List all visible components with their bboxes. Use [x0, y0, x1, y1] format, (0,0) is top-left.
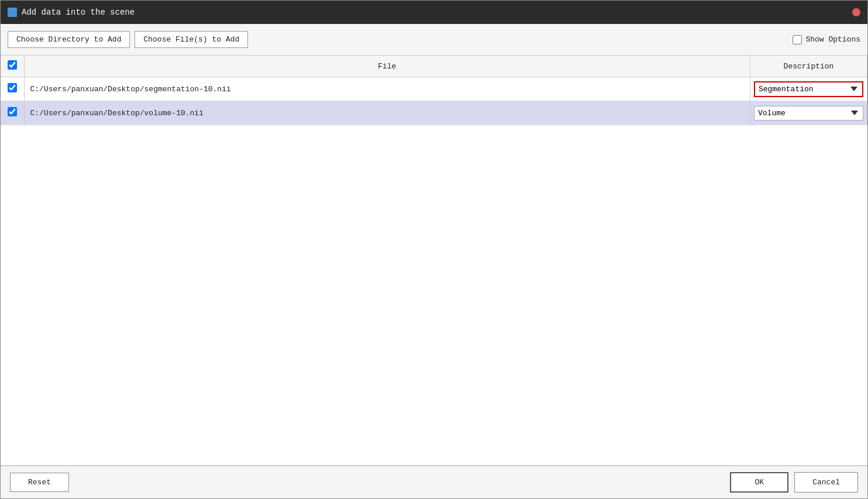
row-check-cell[interactable] [1, 101, 24, 125]
table-row: C:/Users/panxuan/Desktop/volume-10.niiVo… [1, 101, 867, 125]
toolbar-right: Show Options [793, 35, 860, 44]
close-button[interactable] [852, 8, 860, 16]
row-checkbox[interactable] [8, 83, 17, 92]
main-window: Add data into the scene Choose Directory… [0, 0, 868, 499]
select-all-checkbox[interactable] [8, 60, 17, 70]
row-description-cell[interactable]: VolumeSegmentationLabel MapDTI [750, 101, 867, 125]
table-body: C:/Users/panxuan/Desktop/segmentation-10… [1, 77, 867, 125]
ok-button[interactable]: OK [730, 472, 788, 493]
show-options-checkbox[interactable] [793, 35, 802, 44]
window-title: Add data into the scene [22, 8, 135, 17]
header-file: File [24, 56, 750, 77]
row-check-cell[interactable] [1, 77, 24, 101]
file-table-container: File Description C:/Users/panxuan/Deskto… [1, 56, 867, 466]
cancel-button[interactable]: Cancel [794, 472, 858, 493]
toolbar-left: Choose Directory to Add Choose File(s) t… [8, 31, 248, 48]
header-check[interactable] [1, 56, 24, 77]
description-select[interactable]: VolumeSegmentationLabel MapDTI [754, 106, 863, 121]
row-file-path: C:/Users/panxuan/Desktop/volume-10.nii [24, 101, 750, 125]
reset-button[interactable]: Reset [10, 473, 69, 492]
table-header-row: File Description [1, 56, 867, 77]
choose-directory-button[interactable]: Choose Directory to Add [8, 31, 130, 48]
row-description-cell[interactable]: SegmentationVolumeLabel MapDTI [750, 77, 867, 101]
footer: Reset OK Cancel [1, 466, 867, 498]
header-description: Description [750, 56, 867, 77]
choose-files-button[interactable]: Choose File(s) to Add [135, 31, 248, 48]
file-table: File Description C:/Users/panxuan/Deskto… [1, 56, 867, 125]
row-checkbox[interactable] [8, 107, 17, 116]
toolbar: Choose Directory to Add Choose File(s) t… [1, 24, 867, 56]
title-bar: Add data into the scene [1, 1, 867, 24]
show-options-label: Show Options [805, 35, 860, 44]
title-bar-left: Add data into the scene [8, 8, 135, 17]
footer-right: OK Cancel [730, 472, 858, 493]
table-row: C:/Users/panxuan/Desktop/segmentation-10… [1, 77, 867, 101]
description-select[interactable]: SegmentationVolumeLabel MapDTI [754, 81, 863, 97]
app-icon [8, 8, 17, 17]
row-file-path: C:/Users/panxuan/Desktop/segmentation-10… [24, 77, 750, 101]
